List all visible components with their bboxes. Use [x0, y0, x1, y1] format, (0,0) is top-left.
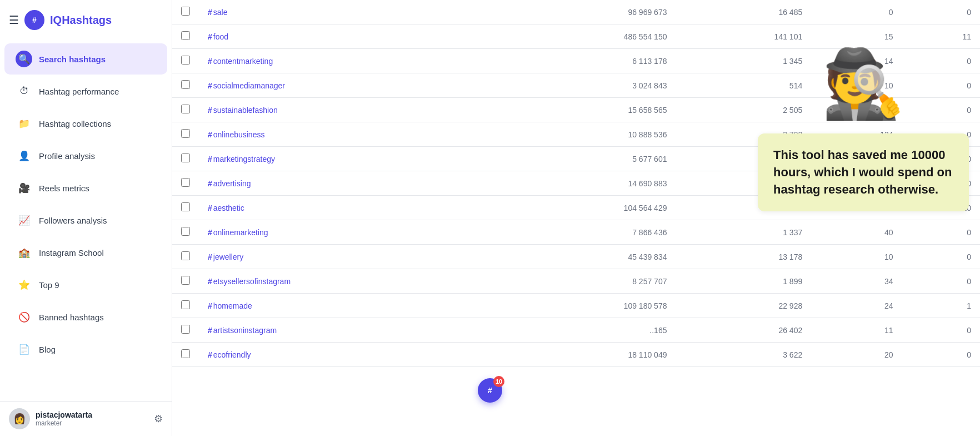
sidebar-item-blog[interactable]: 📄 Blog — [4, 334, 167, 365]
row-checkbox[interactable] — [181, 7, 190, 16]
row-checkbox-cell — [172, 0, 199, 24]
sidebar-label-blog: Blog — [39, 345, 56, 354]
hashtag-collections-icon: 📁 — [16, 115, 32, 132]
row-checkbox-cell — [172, 49, 199, 73]
hashtag-cell: #ecofriendly — [199, 343, 496, 367]
row-checkbox-cell — [172, 122, 199, 147]
row-checkbox[interactable] — [181, 300, 190, 309]
row-checkbox[interactable] — [181, 251, 190, 260]
table-row: #homemade 109 180 578 22 928 24 1 — [172, 294, 980, 318]
sidebar-item-hashtag-performance[interactable]: ⏱ Hashtag performance — [4, 76, 167, 107]
badge-count: 10 — [493, 376, 504, 387]
row-checkbox[interactable] — [181, 178, 190, 187]
top-9-icon: ⭐ — [16, 276, 32, 293]
hashtag-link[interactable]: #onlinemarketing — [208, 228, 268, 237]
row-checkbox[interactable] — [181, 129, 190, 138]
hashtag-link[interactable]: #jewellery — [208, 252, 243, 261]
sidebar-item-profile-analysis[interactable]: 👤 Profile analysis — [4, 140, 167, 171]
my-posts: 0 — [811, 0, 902, 24]
table-row: #onlinemarketing 7 866 436 1 337 40 0 — [172, 220, 980, 245]
hamburger-icon[interactable]: ☰ — [9, 13, 19, 27]
row-checkbox[interactable] — [181, 202, 190, 211]
hashtag-cell: #sale — [199, 0, 496, 24]
search-hashtags-icon: 🔍 — [16, 51, 32, 67]
sidebar-label-followers-analysis: Followers analysis — [39, 216, 107, 225]
followers-analysis-icon: 📈 — [16, 212, 32, 229]
row-checkbox[interactable] — [181, 153, 190, 162]
row-checkbox-cell — [172, 245, 199, 269]
hashtag-link[interactable]: #marketingstrategy — [208, 155, 275, 164]
row-checkbox[interactable] — [181, 31, 190, 40]
sidebar: ☰ # IQHashtags 🔍 Search hashtags ⏱ Hasht… — [0, 0, 172, 436]
row-checkbox[interactable] — [181, 276, 190, 285]
sidebar-item-hashtag-collections[interactable]: 📁 Hashtag collections — [4, 108, 167, 139]
row-checkbox[interactable] — [181, 56, 190, 65]
sidebar-label-search-hashtags: Search hashtags — [39, 54, 106, 64]
hashtag-link[interactable]: #advertising — [208, 179, 251, 188]
avg-likes: 3 622 — [676, 343, 811, 367]
posts-count: 6 113 178 — [496, 49, 676, 73]
my-posts: 10 — [811, 245, 902, 269]
row-checkbox-cell — [172, 24, 199, 49]
row-checkbox[interactable] — [181, 80, 190, 89]
sidebar-item-search-hashtags[interactable]: 🔍 Search hashtags — [4, 43, 167, 75]
my-posts: 24 — [811, 294, 902, 318]
hashtag-link[interactable]: #artistsoninstagram — [208, 326, 277, 335]
hashtag-cell: #advertising — [199, 171, 496, 196]
detective-emoji: 🕵️ — [808, 33, 919, 133]
hashtag-link[interactable]: #food — [208, 32, 228, 41]
user-name: pistacjowatarta — [36, 410, 148, 419]
floating-hashtag-badge[interactable]: # 10 — [478, 378, 502, 403]
row-checkbox-cell — [172, 73, 199, 98]
hashtag-cell: #socialmediamanager — [199, 73, 496, 98]
row-checkbox-cell — [172, 318, 199, 343]
sidebar-item-reels-metrics[interactable]: 🎥 Reels metrics — [4, 172, 167, 204]
posts-count: 18 110 049 — [496, 343, 676, 367]
table-row: #sale 96 969 673 16 485 0 0 — [172, 0, 980, 24]
hashtag-link[interactable]: #socialmediamanager — [208, 81, 285, 90]
sidebar-item-followers-analysis[interactable]: 📈 Followers analysis — [4, 205, 167, 236]
top-posts: 0 — [902, 245, 980, 269]
posts-count: 8 257 707 — [496, 269, 676, 294]
row-checkbox-cell — [172, 220, 199, 245]
sidebar-label-instagram-school: Instagram School — [39, 248, 104, 257]
posts-count: 96 969 673 — [496, 0, 676, 24]
hashtag-link[interactable]: #aesthetic — [208, 204, 244, 212]
posts-count: 5 677 601 — [496, 147, 676, 171]
row-checkbox-cell — [172, 147, 199, 171]
row-checkbox[interactable] — [181, 105, 190, 113]
hashtag-cell: #onlinemarketing — [199, 220, 496, 245]
row-checkbox-cell — [172, 269, 199, 294]
top-posts: 0 — [902, 269, 980, 294]
table-row: #etsysellersofinstagram 8 257 707 1 899 … — [172, 269, 980, 294]
hashtag-cell: #marketingstrategy — [199, 147, 496, 171]
hashtag-link[interactable]: #ecofriendly — [208, 350, 251, 359]
row-checkbox[interactable] — [181, 325, 190, 334]
sidebar-item-banned-hashtags[interactable]: 🚫 Banned hashtags — [4, 301, 167, 333]
sidebar-item-instagram-school[interactable]: 🏫 Instagram School — [4, 237, 167, 268]
posts-count: ..165 — [496, 318, 676, 343]
hashtag-link[interactable]: #contentmarketing — [208, 57, 273, 66]
hashtag-link[interactable]: #homemade — [208, 301, 252, 310]
hashtag-link[interactable]: #sustainablefashion — [208, 106, 278, 115]
profile-analysis-icon: 👤 — [16, 147, 32, 164]
hashtag-link[interactable]: #etsysellersofinstagram — [208, 277, 291, 286]
speech-bubble: This tool has saved me 10000 hours, whic… — [758, 133, 969, 211]
sidebar-item-top-9[interactable]: ⭐ Top 9 — [4, 269, 167, 300]
hashtag-cell: #aesthetic — [199, 196, 496, 220]
row-checkbox[interactable] — [181, 349, 190, 358]
top-posts: 0 — [902, 0, 980, 24]
hashtag-link[interactable]: #sale — [208, 8, 227, 17]
app-title: IQHashtags — [50, 14, 112, 27]
row-checkbox-cell — [172, 343, 199, 367]
avg-likes: 1 899 — [676, 269, 811, 294]
hashtag-cell: #artistsoninstagram — [199, 318, 496, 343]
table-row: #artistsoninstagram ..165 26 402 11 0 — [172, 318, 980, 343]
hashtag-link[interactable]: #onlinebusiness — [208, 130, 264, 139]
my-posts: 11 — [811, 318, 902, 343]
top-posts: 0 — [902, 318, 980, 343]
my-posts: 20 — [811, 343, 902, 367]
row-checkbox[interactable] — [181, 227, 190, 236]
reels-metrics-icon: 🎥 — [16, 180, 32, 196]
settings-icon[interactable]: ⚙ — [154, 413, 163, 425]
